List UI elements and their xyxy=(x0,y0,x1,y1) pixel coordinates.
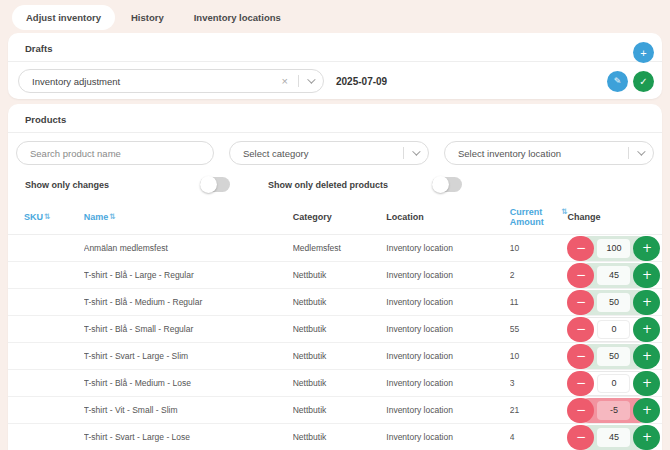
table-row: T-shirt - Blå - Medium - Lose Nettbutik … xyxy=(8,370,662,397)
cell-category: Nettbutik xyxy=(293,405,387,415)
cell-category: Nettbutik xyxy=(293,432,387,442)
show-only-deleted-label: Show only deleted products xyxy=(268,180,432,190)
products-filters: Search product name Select category Sele… xyxy=(8,133,662,171)
product-search-input[interactable]: Search product name xyxy=(16,141,214,165)
increase-button[interactable]: + xyxy=(633,317,660,342)
decrease-button[interactable]: − xyxy=(567,398,594,423)
cell-category: Nettbutik xyxy=(293,324,387,334)
cell-category: Nettbutik xyxy=(293,297,387,307)
cell-change: − 45 + xyxy=(567,425,662,450)
cell-change: − 0 + xyxy=(567,317,662,342)
increase-button[interactable]: + xyxy=(633,398,660,423)
decrease-button[interactable]: − xyxy=(567,236,594,261)
decrease-button[interactable]: − xyxy=(567,371,594,396)
plus-icon: + xyxy=(640,47,646,59)
increase-button[interactable]: + xyxy=(633,236,660,261)
decrease-button[interactable]: − xyxy=(567,290,594,315)
cell-location: Inventory location xyxy=(386,243,509,253)
decrease-button[interactable]: − xyxy=(567,344,594,369)
toggle-knob xyxy=(432,176,449,193)
change-value-input[interactable]: 0 xyxy=(597,374,630,393)
cell-current-amount: 3 xyxy=(510,378,568,388)
draft-select[interactable]: Inventory adjustment × xyxy=(18,69,324,93)
change-stepper: − 0 + xyxy=(567,371,660,396)
increase-button[interactable]: + xyxy=(633,371,660,396)
tab-history[interactable]: History xyxy=(117,5,178,30)
show-only-deleted-toggle[interactable] xyxy=(432,177,462,192)
cell-location: Inventory location xyxy=(386,405,509,415)
change-value-input[interactable]: 0 xyxy=(597,320,630,339)
decrease-button[interactable]: − xyxy=(567,425,594,450)
add-draft-button[interactable]: + xyxy=(633,42,654,63)
show-only-changes-toggle[interactable] xyxy=(200,177,230,192)
column-label: SKU xyxy=(24,212,43,222)
table-row: T-shirt - Svart - Large - Lose Nettbutik… xyxy=(8,424,662,450)
column-header: Change xyxy=(567,212,662,222)
cell-category: Medlemsfest xyxy=(293,243,387,253)
column-header: Location xyxy=(386,212,509,222)
cell-current-amount: 55 xyxy=(510,324,568,334)
change-stepper: − 50 + xyxy=(567,290,660,315)
location-placeholder: Select inventory location xyxy=(458,148,623,159)
tab-bar: Adjust inventoryHistoryInventory locatio… xyxy=(0,0,670,30)
table-row: Anmälan medlemsfest Medlemsfest Inventor… xyxy=(8,235,662,262)
table-row: T-shirt - Blå - Medium - Regular Nettbut… xyxy=(8,289,662,316)
cell-change: − 50 + xyxy=(567,290,662,315)
cell-current-amount: 2 xyxy=(510,270,568,280)
cell-name: T-shirt - Svart - Large - Lose xyxy=(84,432,293,442)
tab-inventory-locations[interactable]: Inventory locations xyxy=(180,5,295,30)
table-row: T-shirt - Blå - Small - Regular Nettbuti… xyxy=(8,316,662,343)
change-stepper: − 45 + xyxy=(567,425,660,450)
cell-location: Inventory location xyxy=(386,351,509,361)
cell-location: Inventory location xyxy=(386,270,509,280)
change-value-input[interactable]: 100 xyxy=(597,239,630,258)
confirm-draft-button[interactable]: ✓ xyxy=(633,71,654,92)
table-row: T-shirt - Svart - Large - Slim Nettbutik… xyxy=(8,343,662,370)
column-label: Change xyxy=(567,212,600,222)
category-select[interactable]: Select category xyxy=(229,141,429,165)
change-value-input[interactable]: -5 xyxy=(597,401,630,420)
chevron-down-icon[interactable] xyxy=(412,147,420,155)
change-value-input[interactable]: 50 xyxy=(597,347,630,366)
cell-name: T-shirt - Blå - Medium - Lose xyxy=(84,378,293,388)
decrease-button[interactable]: − xyxy=(567,317,594,342)
cell-category: Nettbutik xyxy=(293,378,387,388)
change-value-input[interactable]: 50 xyxy=(597,293,630,312)
clear-icon[interactable]: × xyxy=(282,75,288,87)
sort-icon[interactable]: ⇅ xyxy=(561,207,567,216)
column-header: Name⇅ xyxy=(84,212,293,222)
chevron-down-icon[interactable] xyxy=(307,75,315,83)
change-value-input[interactable]: 45 xyxy=(597,428,630,447)
show-only-changes-label: Show only changes xyxy=(25,180,200,190)
cell-current-amount: 10 xyxy=(510,351,568,361)
cell-location: Inventory location xyxy=(386,324,509,334)
sort-icon[interactable]: ⇅ xyxy=(44,212,50,221)
cell-current-amount: 4 xyxy=(510,432,568,442)
increase-button[interactable]: + xyxy=(633,425,660,450)
increase-button[interactable]: + xyxy=(633,263,660,288)
draft-select-value: Inventory adjustment xyxy=(32,76,277,87)
sort-icon[interactable]: ⇅ xyxy=(109,212,115,221)
tab-adjust-inventory[interactable]: Adjust inventory xyxy=(12,5,115,30)
cell-change: − 100 + xyxy=(567,236,662,261)
cell-location: Inventory location xyxy=(386,378,509,388)
column-label: Location xyxy=(386,212,424,222)
drafts-body: Inventory adjustment × 2025-07-09 ✎ ✓ xyxy=(8,62,662,93)
edit-draft-button[interactable]: ✎ xyxy=(607,71,628,92)
change-value-input[interactable]: 45 xyxy=(597,266,630,285)
cell-location: Inventory location xyxy=(386,432,509,442)
decrease-button[interactable]: − xyxy=(567,263,594,288)
cell-category: Nettbutik xyxy=(293,270,387,280)
increase-button[interactable]: + xyxy=(633,344,660,369)
cell-change: − 50 + xyxy=(567,344,662,369)
inventory-location-select[interactable]: Select inventory location xyxy=(444,141,654,165)
cell-change: − -5 + xyxy=(567,398,662,423)
toggle-row: Show only changes Show only deleted prod… xyxy=(8,171,662,200)
change-stepper: − 45 + xyxy=(567,263,660,288)
cell-change: − 45 + xyxy=(567,263,662,288)
column-header: SKU⇅ xyxy=(24,212,84,222)
cell-name: T-shirt - Blå - Large - Regular xyxy=(84,270,293,280)
chevron-down-icon[interactable] xyxy=(637,147,645,155)
increase-button[interactable]: + xyxy=(633,290,660,315)
search-placeholder: Search product name xyxy=(30,148,203,159)
